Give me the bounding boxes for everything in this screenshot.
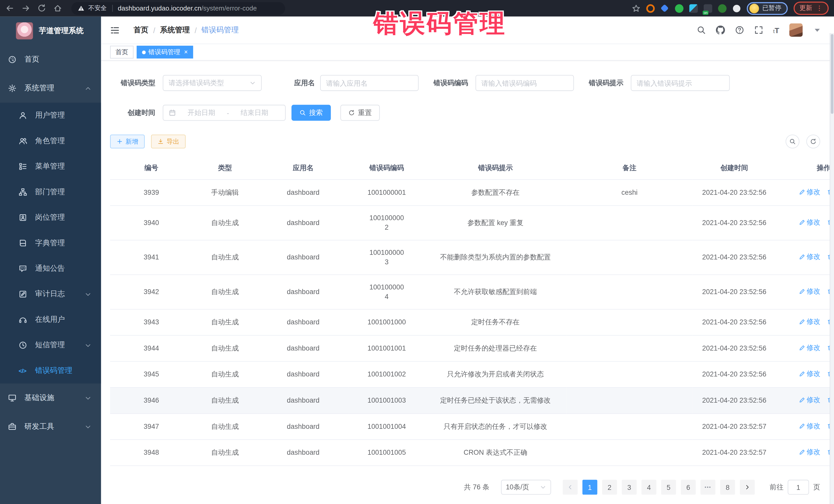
export-button[interactable]: 导出 <box>151 134 186 148</box>
home-icon[interactable] <box>53 4 62 13</box>
breadcrumb-item[interactable]: 系统管理 <box>160 25 190 35</box>
sidebar-item-部门管理[interactable]: 部门管理 <box>0 179 101 204</box>
app-title: 芋道管理系统 <box>39 26 83 36</box>
profile-button[interactable]: 已暂停 <box>747 2 788 15</box>
pager-ellipsis[interactable]: ••• <box>701 480 716 495</box>
add-button[interactable]: 新增 <box>110 134 145 148</box>
active-dot-icon <box>142 50 146 54</box>
tab-错误码管理[interactable]: 错误码管理× <box>137 46 193 59</box>
row-actions: 修改删除 <box>776 240 834 275</box>
next-page-button[interactable] <box>740 480 755 495</box>
caret-down-icon[interactable] <box>813 25 822 35</box>
sms-icon <box>19 341 27 350</box>
sidebar-item-研发工具[interactable]: 研发工具 <box>0 412 101 441</box>
edit-link[interactable]: 修改 <box>798 218 820 227</box>
app-name-input[interactable] <box>320 75 419 91</box>
page-scrollbar[interactable] <box>830 33 834 504</box>
edit-link[interactable]: 修改 <box>798 447 820 457</box>
table-cell: 3947 <box>110 414 193 440</box>
user-avatar[interactable] <box>789 23 803 37</box>
reload-icon[interactable] <box>37 4 46 13</box>
hamburger-icon[interactable] <box>110 25 119 35</box>
error-code-input[interactable] <box>476 75 574 91</box>
page-button-8[interactable]: 8 <box>720 480 735 495</box>
edit-link[interactable]: 修改 <box>798 252 820 262</box>
table-cell: 不允许获取敏感配置到前端 <box>424 275 566 309</box>
back-icon[interactable] <box>5 4 14 13</box>
page-button-3[interactable]: 3 <box>622 480 637 495</box>
page-button-6[interactable]: 6 <box>681 480 696 495</box>
app-shell: 芋道管理系统 首页系统管理用户管理角色管理菜单管理部门管理岗位管理字典管理通知公… <box>0 17 834 504</box>
extension-icon[interactable] <box>660 4 669 13</box>
badge-icon <box>19 213 27 222</box>
refresh-table-button[interactable] <box>806 134 820 148</box>
font-size-icon[interactable]: tT <box>773 26 780 34</box>
goto-page-input[interactable] <box>788 480 809 495</box>
tab-首页[interactable]: 首页 <box>110 46 133 59</box>
toggle-search-button[interactable] <box>786 134 799 148</box>
close-icon[interactable]: × <box>184 48 188 56</box>
prev-page-button[interactable] <box>563 480 578 495</box>
table-cell: 定时任务已经处于该状态，无需修改 <box>424 388 566 414</box>
error-type-select[interactable]: 请选择错误码类型 <box>163 75 262 91</box>
page-button-5[interactable]: 5 <box>661 480 676 495</box>
edit-link[interactable]: 修改 <box>798 287 820 296</box>
extension-icon[interactable]: on <box>704 4 712 13</box>
table-cell: CRON 表达式不正确 <box>424 440 566 466</box>
sidebar-item-审计日志[interactable]: 审计日志 <box>0 281 101 307</box>
page-button-4[interactable]: 4 <box>641 480 656 495</box>
edit-link[interactable]: 修改 <box>798 187 820 197</box>
forward-icon[interactable] <box>21 4 30 13</box>
search-button[interactable]: 搜索 <box>291 105 331 120</box>
scrollbar-thumb[interactable] <box>831 34 833 114</box>
bookmark-star-icon[interactable] <box>632 4 640 13</box>
sidebar-item-系统管理[interactable]: 系统管理 <box>0 74 101 103</box>
page-content: 错误码类型 请选择错误码类型 应用名 错误码编码 错误码提示 创建时间 <box>101 61 834 504</box>
sidebar-item-首页[interactable]: 首页 <box>0 45 101 74</box>
reset-button[interactable]: 重置 <box>341 105 380 120</box>
edit-link[interactable]: 修改 <box>798 369 820 378</box>
dots-vertical-icon[interactable] <box>816 5 823 12</box>
sidebar-item-菜单管理[interactable]: 菜单管理 <box>0 154 101 179</box>
page-size-select[interactable]: 10条/页 <box>501 480 551 495</box>
sidebar-item-错误码管理[interactable]: </>错误码管理 <box>0 358 101 384</box>
sidebar-item-在线用户[interactable]: 在线用户 <box>0 307 101 332</box>
sidebar-item-通知公告[interactable]: 通知公告 <box>0 256 101 281</box>
table-cell <box>566 361 692 388</box>
page-button-1[interactable]: 1 <box>583 480 597 495</box>
date-range-picker[interactable]: 开始日期 - 结束日期 <box>163 105 286 120</box>
sidebar-item-字典管理[interactable]: 字典管理 <box>0 230 101 256</box>
edit-link[interactable]: 修改 <box>798 317 820 326</box>
address-bar[interactable]: 不安全 dashboard.yudao.iocoder.cn/system/er… <box>71 2 285 15</box>
sidebar-item-短信管理[interactable]: 短信管理 <box>0 332 101 358</box>
pencil-icon <box>798 288 805 294</box>
extension-icon[interactable] <box>718 4 726 13</box>
table-row: 3943自动生成dashboard1001001000定时任务不存在2021-0… <box>110 309 834 335</box>
table-row: 3948自动生成dashboard1001001005CRON 表达式不正确20… <box>110 440 834 466</box>
table-cell: 1001001000 <box>349 309 424 335</box>
sidebar-item-基础设施[interactable]: 基础设施 <box>0 384 101 412</box>
update-button[interactable]: 更新 <box>793 2 829 15</box>
sidebar-item-岗位管理[interactable]: 岗位管理 <box>0 205 101 230</box>
edit-link[interactable]: 修改 <box>798 421 820 431</box>
search-icon[interactable] <box>697 25 706 35</box>
edit-link[interactable]: 修改 <box>798 343 820 353</box>
sidebar-item-角色管理[interactable]: 角色管理 <box>0 128 101 154</box>
breadcrumb-item[interactable]: 首页 <box>133 25 148 35</box>
table-cell: 2021-04-20 23:52:57 <box>693 414 776 440</box>
extension-icon[interactable] <box>675 4 683 13</box>
help-icon[interactable] <box>735 25 744 35</box>
sidebar-item-用户管理[interactable]: 用户管理 <box>0 103 101 128</box>
users-icon <box>19 137 27 145</box>
github-icon[interactable] <box>716 25 725 35</box>
app-logo[interactable]: 芋道管理系统 <box>0 17 101 45</box>
navbar: 首页 / 系统管理 / 错误码管理 tT <box>101 17 834 44</box>
pagination: 共 76 条 10条/页 123456•••8 前往 页 <box>110 480 820 495</box>
fullscreen-icon[interactable] <box>754 25 763 35</box>
page-button-2[interactable]: 2 <box>602 480 617 495</box>
edit-link[interactable]: 修改 <box>798 395 820 405</box>
puzzle-extensions-icon[interactable] <box>733 5 740 12</box>
extension-icon[interactable] <box>646 4 655 13</box>
error-msg-input[interactable] <box>631 75 730 91</box>
extension-icon[interactable] <box>689 4 698 13</box>
